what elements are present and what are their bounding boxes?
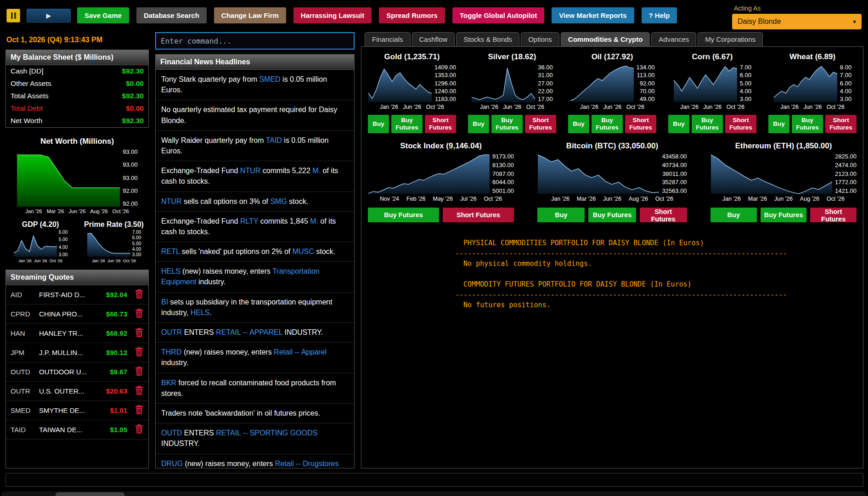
commodity-gold-1-235-71: Gold (1,235.71)1409.001353.001296.001240… [368, 49, 456, 133]
x-tick-label: Oct '26 [655, 196, 673, 202]
delete-quote-button[interactable] [133, 288, 146, 301]
buy-button[interactable]: Buy [368, 115, 389, 133]
buy-button[interactable]: Buy [568, 115, 589, 133]
news-link[interactable]: SMG [270, 197, 287, 205]
news-item: NTUR sells call options on 3% of SMG sto… [156, 192, 354, 212]
toolbar-button-change-law-firm[interactable]: Change Law Firm [214, 7, 286, 23]
x-tick-label: Oct '26 [50, 259, 62, 263]
portfolio-line: No physical commodity holdings. [455, 259, 857, 269]
buy-futures-button[interactable]: Buy Futures [588, 208, 636, 222]
delete-quote-button[interactable] [133, 365, 146, 378]
horizontal-scrollbar[interactable] [1, 491, 867, 496]
tab-advances[interactable]: Advances [651, 32, 696, 46]
short-futures-button[interactable]: Short Futures [443, 208, 514, 222]
quote-row-han[interactable]: HANHANLEY TR...$68.92 [6, 324, 148, 343]
delete-quote-button[interactable] [133, 404, 146, 417]
toolbar-button-toggle-global-autopilot[interactable]: Toggle Global Autopilot [452, 7, 544, 23]
tab-cashflow[interactable]: Cashflow [412, 32, 455, 46]
pause-button[interactable] [6, 9, 20, 23]
buy-button[interactable]: Buy [468, 115, 489, 133]
chart-y-ticks: 7.006.005.004.003.00 [131, 230, 141, 257]
buy-futures-button[interactable]: Buy Futures [761, 208, 807, 222]
news-link[interactable]: THRD [161, 348, 181, 356]
news-link[interactable]: Retail -- Drugstores [275, 460, 339, 468]
news-link[interactable]: OUTD [161, 429, 182, 437]
acting-as-select[interactable]: Daisy Blonde ▾ [732, 14, 862, 29]
buy-futures-button[interactable]: Buy Futures [792, 115, 823, 133]
chart-plot [537, 153, 659, 194]
short-futures-button[interactable]: Short Futures [625, 115, 656, 133]
toolbar-button-spread-rumors[interactable]: Spread Rumors [379, 7, 445, 23]
news-link[interactable]: NTUR [240, 167, 260, 175]
buy-futures-button[interactable]: Buy Futures [592, 115, 623, 133]
short-futures-button[interactable]: Short Futures [525, 115, 556, 133]
toolbar-button-harrassing-lawsuit[interactable]: Harrassing Lawsuit [293, 7, 372, 23]
buy-futures-button[interactable]: Buy Futures [491, 115, 523, 133]
tab-my-corporations[interactable]: My Corporations [698, 32, 763, 46]
toolbar-button-database-search[interactable]: Database Search [136, 7, 207, 23]
middle-column: Financial News Headlines Tony Stark quar… [155, 32, 355, 468]
quote-row-outd[interactable]: OUTDOUTDOOR U...$9.67 [6, 362, 148, 382]
news-link[interactable]: HELS [161, 267, 180, 275]
y-tick-label: 70.00 [637, 88, 655, 95]
delete-quote-button[interactable] [133, 423, 146, 436]
news-link[interactable]: DRUG [161, 460, 183, 468]
y-tick-label: 32563.00 [662, 187, 687, 194]
quote-row-taid[interactable]: TAIDTAIWAN DE...$1.05 [6, 420, 148, 440]
news-link[interactable]: RETL [161, 248, 180, 255]
news-link[interactable]: RETAIL -- APPAREL [216, 328, 282, 336]
chart-title: Gold (1,235.71) [384, 49, 440, 64]
news-link[interactable]: RETAIL -- SPORTING GOODS [216, 429, 317, 437]
quote-row-smed[interactable]: SMEDSMYTHE DE...$1.01 [6, 401, 148, 420]
news-link[interactable]: M. [312, 167, 321, 175]
tab-financials[interactable]: Financials [365, 32, 411, 46]
quote-row-cprd[interactable]: CPRDCHINA PRO...$66.73 [6, 304, 148, 324]
buy-futures-button[interactable]: Buy Futures [692, 115, 723, 133]
tab-options[interactable]: Options [521, 32, 559, 46]
toolbar-button-save-game[interactable]: Save Game [77, 7, 129, 23]
y-tick-label: 1353.00 [434, 72, 456, 79]
news-link[interactable]: NTUR [161, 197, 181, 205]
toolbar-button-help[interactable]: ? Help [642, 7, 677, 23]
scrollbar-thumb[interactable] [56, 492, 124, 496]
news-link[interactable]: SMED [259, 75, 280, 83]
news-link[interactable]: TAID [266, 136, 282, 144]
news-link[interactable]: HELS [191, 309, 210, 316]
buy-button[interactable]: Buy [668, 115, 689, 133]
short-futures-button[interactable]: Short Futures [810, 208, 857, 222]
play-button[interactable]: ▶ [27, 9, 71, 23]
delete-quote-button[interactable] [133, 307, 146, 321]
chart-y-ticks: 6.005.004.003.00 [57, 230, 68, 257]
short-futures-button[interactable]: Short Futures [825, 115, 857, 133]
news-item: Exchange-Traded Fund NTUR commits 5,222 … [156, 161, 354, 192]
delete-quote-button[interactable] [133, 327, 146, 340]
quote-row-jpm[interactable]: JPMJ.P. MULLIN...$90.12 [6, 343, 148, 362]
tab-stocks-bonds[interactable]: Stocks & Bonds [456, 32, 519, 46]
short-futures-button[interactable]: Short Futures [725, 115, 756, 133]
news-link[interactable]: M. [310, 217, 318, 225]
toolbar-button-view-market-reports[interactable]: View Market Reports [552, 7, 634, 23]
delete-quote-button[interactable] [133, 346, 146, 359]
news-link[interactable]: BKR [161, 379, 176, 387]
game-datetime: Oct 1, 2026 (Q4) 9:13:43 PM [6, 32, 149, 50]
chart-svg [368, 153, 490, 194]
buy-button[interactable]: Buy [537, 208, 585, 222]
news-link[interactable]: MUSC [293, 248, 314, 255]
quote-row-outr[interactable]: OUTRU.S. OUTER...$20.63 [6, 382, 148, 401]
news-link[interactable]: Retail -- Apparel [274, 348, 327, 356]
command-input[interactable] [155, 32, 355, 50]
short-futures-button[interactable]: Short Futures [425, 115, 456, 133]
news-link[interactable]: OUTR [161, 328, 182, 336]
news-link[interactable]: RLTY [240, 217, 258, 225]
buy-futures-button[interactable]: Buy Futures [368, 208, 439, 222]
y-tick-label: 43458.00 [662, 153, 687, 160]
news-link[interactable]: BI [161, 298, 168, 306]
delete-quote-button[interactable] [133, 384, 146, 398]
buy-futures-button[interactable]: Buy Futures [391, 115, 423, 133]
chart-y-ticks: 9173.008130.007087.006044.005001.00 [490, 153, 514, 194]
buy-button[interactable]: Buy [768, 115, 789, 133]
quote-row-aid[interactable]: AIDFIRST-AID D...$92.04 [6, 285, 148, 304]
short-futures-button[interactable]: Short Futures [640, 208, 687, 222]
tab-commodities-crypto[interactable]: Commodities & Crypto [561, 32, 650, 46]
buy-button[interactable]: Buy [710, 208, 757, 222]
